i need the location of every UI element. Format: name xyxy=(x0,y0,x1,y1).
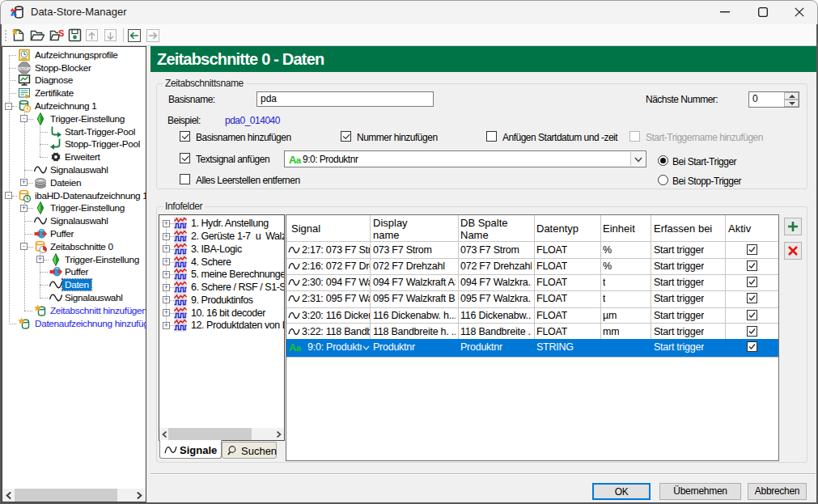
svg-text:a: a xyxy=(296,343,302,353)
svg-text:a: a xyxy=(296,155,302,165)
svg-text:S: S xyxy=(58,29,64,38)
svg-text:STOP: STOP xyxy=(19,66,31,70)
